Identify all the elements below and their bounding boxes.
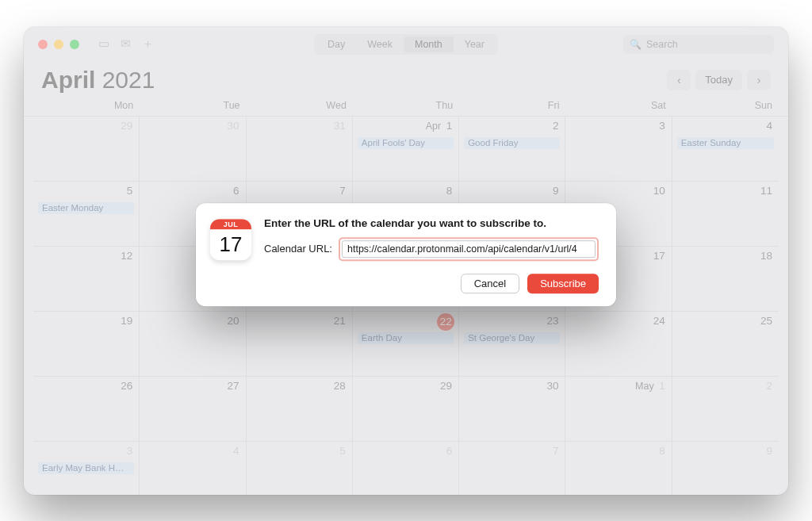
event-pill[interactable]: Easter Monday	[38, 202, 134, 214]
day-number: 30	[546, 380, 558, 392]
day-cell[interactable]: 27	[140, 377, 246, 442]
day-cell[interactable]: 31	[247, 117, 353, 182]
day-number: 9	[553, 185, 559, 197]
search-icon: 🔍	[630, 39, 642, 50]
day-number: 8	[659, 445, 665, 457]
day-number: 25	[760, 315, 772, 327]
day-number: 30	[228, 120, 239, 132]
view-segmented-control[interactable]: DayWeekMonthYear	[314, 34, 498, 55]
weekday-label: Tue	[140, 100, 246, 111]
day-cell[interactable]: 19	[33, 312, 140, 377]
day-number: 5	[339, 445, 346, 457]
day-cell[interactable]: 22Earth Day	[353, 312, 459, 377]
day-cell[interactable]: 11	[672, 182, 779, 247]
prev-month-button[interactable]: ‹	[667, 70, 691, 90]
day-cell[interactable]: 21	[247, 312, 353, 377]
day-number: 11	[760, 185, 772, 197]
view-day[interactable]: Day	[316, 36, 356, 52]
subscribe-button[interactable]: Subscribe	[527, 274, 599, 293]
add-icon[interactable]: ＋	[142, 36, 154, 52]
month-nav: ‹ Today ›	[667, 70, 771, 90]
weekday-label: Mon	[33, 100, 140, 111]
next-month-button[interactable]: ›	[747, 70, 771, 90]
event-pill[interactable]: St George's Day	[464, 332, 560, 344]
day-cell[interactable]: 3	[565, 117, 672, 182]
day-cell[interactable]: 2Good Friday	[459, 117, 565, 182]
day-number: Apr 1	[426, 120, 452, 132]
day-number: May 1	[635, 380, 665, 392]
toolbar-icons: ▭ ✉ ＋	[98, 36, 154, 52]
zoom-window-button[interactable]	[70, 40, 79, 49]
day-number: 20	[228, 315, 239, 327]
day-number: 19	[121, 315, 132, 327]
minimize-window-button[interactable]	[54, 40, 63, 49]
weekday-label: Wed	[247, 100, 353, 111]
event-pill[interactable]: April Fools' Day	[358, 137, 454, 149]
view-year[interactable]: Year	[454, 36, 496, 52]
day-number: 5	[127, 185, 133, 197]
calendar-url-label: Calendar URL:	[264, 243, 332, 255]
day-cell[interactable]: 4	[140, 442, 246, 495]
calendar-window: ▭ ✉ ＋ DayWeekMonthYear 🔍 April 2021 ‹ To…	[24, 27, 788, 495]
day-cell[interactable]: May 1	[565, 377, 672, 442]
day-number: 29	[121, 120, 132, 132]
day-cell[interactable]: 30	[140, 117, 246, 182]
day-cell[interactable]: 28	[247, 377, 353, 442]
search-input[interactable]	[646, 39, 766, 50]
day-cell[interactable]: 6	[353, 442, 459, 495]
event-pill[interactable]: Earth Day	[358, 332, 454, 344]
day-cell[interactable]: Apr 1April Fools' Day	[353, 117, 459, 182]
day-number: 7	[553, 445, 559, 457]
day-cell[interactable]: 5	[247, 442, 353, 495]
window-controls	[38, 40, 79, 49]
day-number: 9	[766, 445, 772, 457]
titlebar: ▭ ✉ ＋ DayWeekMonthYear 🔍	[24, 27, 788, 62]
day-cell[interactable]: 25	[672, 312, 779, 377]
day-number: 31	[334, 120, 346, 132]
day-cell[interactable]: 29	[353, 377, 459, 442]
day-cell[interactable]: 20	[140, 312, 246, 377]
day-number: 3	[127, 445, 133, 457]
day-number: 28	[334, 380, 346, 392]
day-cell[interactable]: 29	[33, 117, 140, 182]
day-cell[interactable]: 2	[672, 377, 779, 442]
close-window-button[interactable]	[38, 40, 48, 49]
view-week[interactable]: Week	[356, 36, 404, 52]
cancel-button[interactable]: Cancel	[461, 274, 519, 293]
subscribe-calendar-dialog: JUL 17 Enter the URL of the calendar you…	[196, 203, 616, 306]
day-number: 6	[446, 445, 453, 457]
day-cell[interactable]: 9	[672, 442, 779, 495]
search-field[interactable]: 🔍	[623, 35, 774, 54]
day-number: 8	[446, 185, 453, 197]
day-number: 29	[440, 380, 452, 392]
day-number: 17	[653, 250, 665, 262]
month-title: April 2021	[41, 67, 155, 94]
event-pill[interactable]: Early May Bank H…	[38, 462, 134, 474]
day-cell[interactable]: 3Early May Bank H…	[33, 442, 140, 495]
day-number: 26	[121, 380, 132, 392]
day-cell[interactable]: 8	[565, 442, 672, 495]
day-cell[interactable]: 12	[33, 247, 140, 312]
day-number: 7	[339, 185, 346, 197]
day-cell[interactable]: 5Easter Monday	[33, 182, 140, 247]
inbox-icon[interactable]: ✉	[121, 36, 131, 52]
day-number: 24	[653, 315, 665, 327]
day-number: 10	[653, 185, 665, 197]
day-cell[interactable]: 30	[459, 377, 565, 442]
calendars-icon[interactable]: ▭	[98, 36, 109, 52]
calendar-url-input[interactable]	[342, 240, 596, 258]
event-pill[interactable]: Good Friday	[464, 137, 560, 149]
weekday-label: Sat	[565, 100, 672, 111]
day-cell[interactable]: 24	[565, 312, 672, 377]
day-cell[interactable]: 26	[33, 377, 140, 442]
day-cell[interactable]: 7	[459, 442, 565, 495]
event-pill[interactable]: Easter Sunday	[677, 137, 774, 149]
today-button[interactable]: Today	[695, 70, 742, 90]
day-number: 23	[546, 315, 558, 327]
view-month[interactable]: Month	[404, 36, 454, 52]
day-cell[interactable]: 18	[672, 247, 779, 312]
day-cell[interactable]: 4Easter Sunday	[672, 117, 779, 182]
day-cell[interactable]: 23St George's Day	[459, 312, 565, 377]
weekday-label: Sun	[672, 100, 779, 111]
today-day-number: 22	[437, 313, 454, 331]
